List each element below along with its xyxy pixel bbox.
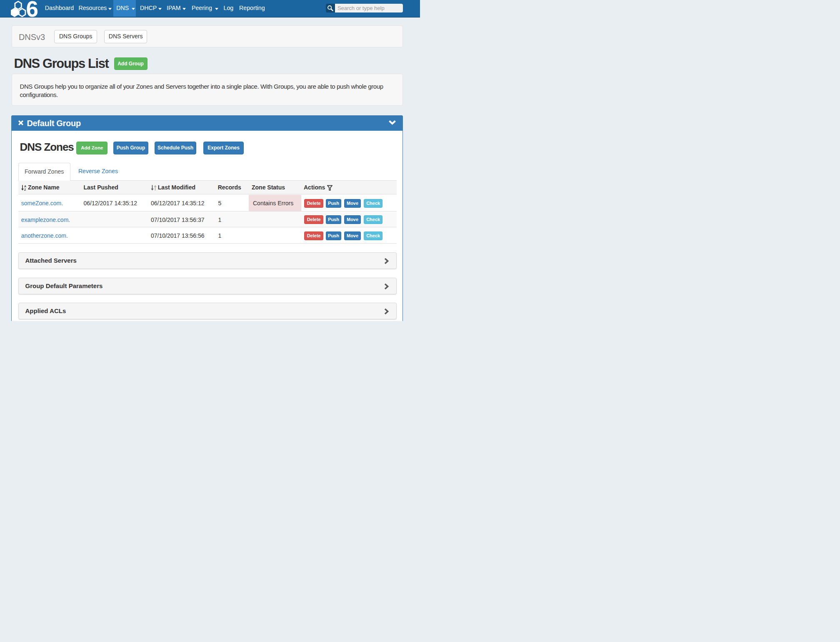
svg-text:Z: Z bbox=[24, 188, 26, 191]
svg-text:6: 6 bbox=[26, 0, 38, 17]
svg-text:A: A bbox=[24, 185, 26, 188]
